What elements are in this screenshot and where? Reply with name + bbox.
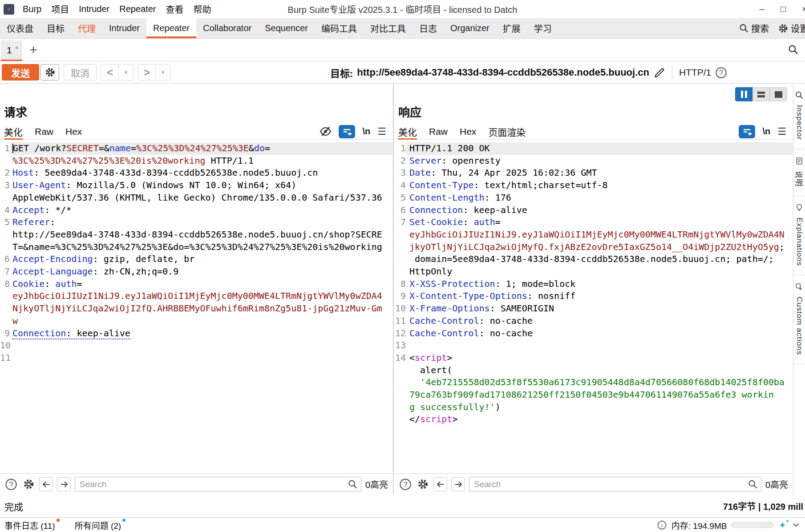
menu-Burp[interactable]: Burp bbox=[18, 4, 46, 14]
search-tool[interactable]: 搜索 bbox=[735, 22, 773, 35]
minimize-button[interactable]: – bbox=[757, 4, 767, 14]
tab-仪表盘[interactable]: 仪表盘 bbox=[0, 18, 40, 38]
pretty-print-toggle-icon[interactable] bbox=[339, 125, 355, 138]
editor-row[interactable]: 1HTTP/1.1 200 OK bbox=[394, 142, 793, 155]
search-prev-button[interactable] bbox=[433, 477, 447, 491]
editor-row[interactable]: 10X-Frame-Options: SAMEORIGIN bbox=[394, 302, 793, 315]
close-button[interactable]: × bbox=[800, 4, 805, 14]
editor-row[interactable]: jkyOTljNjYiLCJqa2wiOjMyfQ.fxjABzE2ovDre5… bbox=[394, 241, 793, 254]
forward-dropdown-button[interactable]: ▼ bbox=[155, 64, 170, 80]
tab-Organizer[interactable]: Organizer bbox=[444, 18, 496, 38]
editor-row[interactable]: 5Referer: bbox=[0, 216, 392, 229]
repeater-tab-1[interactable]: 1 × bbox=[1, 40, 22, 61]
editor-row[interactable]: http://5ee89da4-3748-433d-8394-ccddb5265… bbox=[0, 229, 392, 241]
tab-Repeater[interactable]: Repeater bbox=[146, 18, 196, 38]
sidebar-tab-Inspector[interactable]: Inspector bbox=[793, 84, 805, 149]
ai-sparkle-icon[interactable]: ✦✦ bbox=[778, 520, 786, 530]
editor-row[interactable]: domain=5ee89da4-3748-433d-8394-ccddb5265… bbox=[394, 253, 793, 266]
tab-目标[interactable]: 目标 bbox=[40, 18, 71, 38]
editor-row[interactable]: 13 bbox=[394, 339, 793, 352]
editor-row[interactable]: 6Connection: keep-alive bbox=[394, 204, 793, 217]
sidebar-tab-Explanations[interactable]: Explanations bbox=[793, 196, 805, 275]
editor-row[interactable]: g successfully!') bbox=[394, 401, 793, 414]
search-prev-button[interactable] bbox=[39, 477, 53, 491]
response-search-input[interactable] bbox=[469, 477, 761, 492]
settings-tool[interactable]: 设置 bbox=[774, 22, 805, 35]
editor-row[interactable]: 11Cache-Control: no-cache bbox=[394, 315, 793, 327]
tab-代理[interactable]: 代理 bbox=[71, 18, 102, 38]
view-tab-Hex[interactable]: Hex bbox=[65, 124, 82, 139]
response-editor[interactable]: 1HTTP/1.1 200 OK2Server: openresty3Date:… bbox=[394, 140, 793, 473]
view-tab-Raw[interactable]: Raw bbox=[429, 124, 448, 139]
help-icon[interactable] bbox=[715, 67, 727, 79]
menu-Repeater[interactable]: Repeater bbox=[114, 4, 161, 14]
sidebar-tab-Custom actions[interactable]: Custom actions bbox=[793, 275, 805, 364]
editor-row[interactable]: w bbox=[0, 315, 392, 327]
editor-row[interactable]: 4Accept: */* bbox=[0, 204, 392, 217]
editor-row[interactable]: NjkyOTljNjYiLCJqa2wiOjI2fQ.AHRBBEMyOFuwh… bbox=[0, 302, 392, 315]
pretty-print-toggle-icon[interactable] bbox=[739, 125, 755, 138]
newline-toggle[interactable]: \n bbox=[762, 126, 770, 137]
tab-Sequencer[interactable]: Sequencer bbox=[258, 18, 315, 38]
editor-row[interactable]: 7Accept-Language: zh-CN,zh;q=0.9 bbox=[0, 266, 392, 278]
send-button[interactable]: 发送 bbox=[2, 64, 39, 81]
history-forward-button[interactable]: > bbox=[138, 64, 155, 80]
editor-row[interactable]: 9X-Content-Type-Options: nosniff bbox=[394, 290, 793, 302]
edit-target-icon[interactable] bbox=[653, 67, 665, 79]
editor-row[interactable]: 10 bbox=[0, 339, 392, 352]
tab-日志[interactable]: 日志 bbox=[413, 18, 444, 38]
editor-row[interactable]: </script> bbox=[394, 413, 793, 426]
all-issues-button[interactable]: 所有问题 (2) bbox=[75, 519, 126, 531]
single-layout-button[interactable] bbox=[770, 87, 787, 101]
editor-row[interactable]: eyJhbGciOiJIUzI1NiJ9.eyJ1aWQiOiI1MjEyMjc… bbox=[0, 290, 392, 302]
tab-Intruder[interactable]: Intruder bbox=[102, 18, 146, 38]
cancel-button[interactable]: 取消 bbox=[64, 64, 97, 81]
search-help-icon[interactable] bbox=[399, 478, 412, 491]
close-tab-icon[interactable]: × bbox=[15, 44, 19, 51]
http-version[interactable]: HTTP/1 bbox=[679, 67, 711, 78]
newline-toggle[interactable]: \n bbox=[362, 126, 370, 137]
editor-row[interactable]: 3User-Agent: Mozilla/5.0 (Windows NT 10.… bbox=[0, 179, 392, 192]
back-dropdown-button[interactable]: ▼ bbox=[118, 64, 133, 80]
editor-row[interactable]: 2Server: openresty bbox=[394, 155, 793, 167]
view-tab-Hex[interactable]: Hex bbox=[460, 124, 476, 139]
editor-row[interactable]: 4Content-Type: text/html;charset=utf-8 bbox=[394, 179, 793, 192]
editor-row[interactable]: 5Content-Length: 176 bbox=[394, 192, 793, 204]
editor-menu-icon[interactable]: ☰ bbox=[377, 126, 386, 137]
menu-帮助[interactable]: 帮助 bbox=[188, 3, 216, 16]
menu-项目[interactable]: 项目 bbox=[46, 3, 74, 16]
editor-row[interactable]: %3C%25%3D%24%27%25%3E%20is%20working HTT… bbox=[0, 155, 392, 167]
editor-row[interactable]: 3Date: Thu, 24 Apr 2025 16:02:36 GMT bbox=[394, 167, 793, 179]
tab-扩展[interactable]: 扩展 bbox=[496, 18, 527, 38]
editor-row[interactable]: 8Cookie: auth= bbox=[0, 278, 392, 290]
search-next-button[interactable] bbox=[451, 477, 465, 491]
editor-row[interactable]: 1GET /work?SECRET=&name=%3C%25%3D%24%27%… bbox=[0, 142, 392, 155]
editor-row[interactable]: alert( bbox=[394, 364, 793, 377]
hide-nonprintable-icon[interactable] bbox=[320, 125, 332, 137]
editor-row[interactable]: 8X-XSS-Protection: 1; mode=block bbox=[394, 278, 793, 290]
editor-row[interactable]: 6Accept-Encoding: gzip, deflate, br bbox=[0, 253, 392, 266]
rows-layout-button[interactable] bbox=[752, 87, 770, 101]
editor-row[interactable]: eyJhbGciOiJIUzI1NiJ9.eyJ1aWQiOiI1MjEyMjc… bbox=[394, 229, 793, 241]
editor-row[interactable]: AppleWebKit/537.36 (KHTML, like Gecko) C… bbox=[0, 192, 392, 204]
sidebar-tab-说明[interactable]: 说明 bbox=[793, 149, 805, 196]
editor-row[interactable]: 79ca763bf909fad17108621250ff2150f04503e9… bbox=[394, 389, 793, 401]
tab-对比工具[interactable]: 对比工具 bbox=[364, 18, 413, 38]
send-settings-button[interactable] bbox=[40, 64, 59, 81]
panel-splitter[interactable] bbox=[393, 84, 394, 495]
chevron-down-icon[interactable] bbox=[791, 520, 801, 530]
tab-search-icon[interactable] bbox=[788, 44, 799, 55]
editor-row[interactable]: 9Connection: keep-alive bbox=[0, 327, 392, 340]
view-tab-Raw[interactable]: Raw bbox=[35, 124, 53, 139]
search-next-button[interactable] bbox=[57, 477, 71, 491]
search-settings-icon[interactable] bbox=[416, 478, 429, 491]
editor-row[interactable]: 12Cache-Control: no-cache bbox=[394, 327, 793, 340]
search-settings-icon[interactable] bbox=[22, 478, 35, 491]
tab-学习[interactable]: 学习 bbox=[527, 18, 558, 38]
view-tab-美化[interactable]: 美化 bbox=[398, 124, 417, 139]
search-help-icon[interactable] bbox=[4, 478, 18, 491]
tab-Collaborator[interactable]: Collaborator bbox=[196, 18, 258, 38]
menu-查看[interactable]: 查看 bbox=[161, 3, 188, 16]
editor-row[interactable]: '4eb7215558d02d53f8f5530a6173c91905448d8… bbox=[394, 376, 793, 389]
editor-menu-icon[interactable]: ☰ bbox=[777, 126, 786, 137]
